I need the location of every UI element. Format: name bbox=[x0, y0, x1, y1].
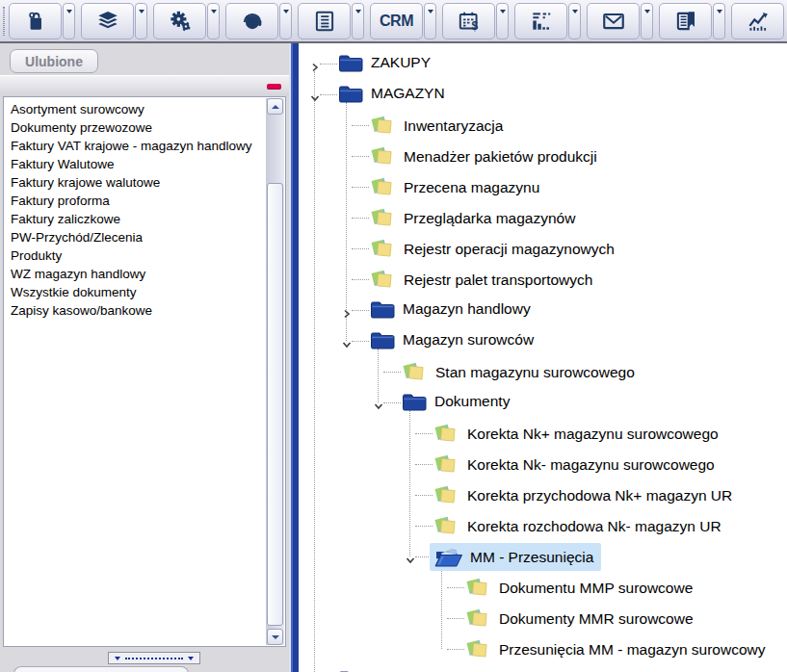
panel-splitter-bar[interactable] bbox=[289, 43, 299, 672]
journal-book-dropdown-button[interactable] bbox=[713, 3, 725, 39]
gears-icon bbox=[168, 9, 193, 34]
tree-node-content[interactable]: Inwentaryzacja bbox=[366, 112, 511, 140]
list-document-button[interactable] bbox=[298, 3, 351, 39]
tree-node-content[interactable]: Magazyn handlowy bbox=[366, 297, 538, 322]
scrollbar-thumb[interactable] bbox=[267, 183, 283, 626]
tree-node-label: Dokumenty MMR surowcowe bbox=[499, 610, 694, 628]
chevron-down-icon bbox=[66, 10, 72, 13]
tree-node-content[interactable]: Korekta rozchodowa Nk- magazyn UR bbox=[430, 512, 729, 540]
favorites-item[interactable]: WZ magazyn handlowy bbox=[4, 265, 285, 283]
splitter-left-arrow-icon bbox=[115, 657, 120, 660]
tree-node-content[interactable] bbox=[334, 666, 372, 672]
support-headset-dropdown-button[interactable] bbox=[279, 3, 292, 39]
chevron-collapsed-icon[interactable] bbox=[310, 59, 320, 68]
scroll-down-icon[interactable] bbox=[267, 629, 283, 645]
toolbar-group-gears bbox=[153, 3, 220, 39]
shopping-bag-icon bbox=[23, 9, 48, 34]
toolbar-group-mail-envelope bbox=[587, 3, 653, 39]
statistics-button[interactable] bbox=[731, 3, 784, 39]
tree-connector-line bbox=[441, 564, 442, 649]
shopping-bag-button[interactable] bbox=[9, 3, 62, 39]
collapse-minus-icon[interactable] bbox=[267, 84, 281, 89]
tree-node-content[interactable]: ZAKUPY bbox=[334, 50, 438, 75]
favorites-item[interactable]: Wszystkie dokumenty bbox=[4, 283, 285, 301]
folder-icon bbox=[402, 391, 428, 412]
crm-button[interactable]: CRM bbox=[370, 3, 423, 39]
list-document-dropdown-button[interactable] bbox=[352, 3, 364, 39]
documents-leaf-icon bbox=[402, 360, 429, 384]
tree-node-content[interactable]: Korekta przychodowa Nk+ magazyn UR bbox=[430, 481, 740, 509]
tree-node-content[interactable]: Dokumentu MMP surowcowe bbox=[461, 574, 700, 602]
favorites-item[interactable]: Produkty bbox=[4, 246, 285, 265]
calendar-finance-button[interactable]: $ bbox=[442, 3, 495, 39]
tree-node-content[interactable]: MM - Przesunięcia bbox=[430, 543, 601, 571]
folder-icon bbox=[338, 668, 364, 672]
toolbar-group-report-chart bbox=[514, 3, 581, 39]
favorites-tab-label: Ulubione bbox=[25, 54, 83, 69]
chevron-collapsed-icon[interactable] bbox=[342, 305, 352, 315]
shopping-bag-dropdown-button[interactable] bbox=[63, 3, 75, 39]
favorites-item[interactable]: Faktury proforma bbox=[4, 192, 285, 210]
tree-node-label: Rejestr operacji magazynowych bbox=[404, 241, 615, 258]
mail-envelope-dropdown-button[interactable] bbox=[641, 3, 653, 39]
tree-node-content[interactable]: Rejestr operacji magazynowych bbox=[366, 235, 622, 263]
tree-node-content[interactable]: Rejestr palet transportowych bbox=[366, 266, 600, 294]
tree-node-content[interactable]: Dokumenty bbox=[398, 389, 517, 414]
tree-node-content[interactable]: Stan magazynu surowcowego bbox=[398, 358, 643, 386]
toolbar-group-crm: CRM bbox=[370, 3, 436, 39]
tree-node-content[interactable]: MAGAZYN bbox=[334, 81, 453, 106]
tree-node-content[interactable]: Menadżer pakietów produkcji bbox=[366, 142, 605, 170]
tree-node-content[interactable]: Przesunięcia MM - magazyn surowcowy bbox=[461, 635, 774, 663]
layers-dropdown-button[interactable] bbox=[135, 3, 147, 39]
documents-leaf-icon bbox=[433, 422, 460, 446]
tree-node-label: Stan magazynu surowcowego bbox=[435, 364, 635, 381]
toolbar-group-list-document bbox=[298, 3, 364, 39]
favorites-item[interactable]: Zapisy kasowo/bankowe bbox=[4, 301, 285, 320]
tree-node-label: Korekta przychodowa Nk+ magazyn UR bbox=[467, 487, 732, 504]
gears-dropdown-button[interactable] bbox=[207, 3, 220, 39]
scroll-up-icon[interactable] bbox=[267, 98, 283, 115]
favorites-item[interactable]: Faktury VAT krajowe - magazyn handlowy bbox=[4, 137, 285, 155]
calendar-finance-dropdown-button[interactable] bbox=[496, 3, 509, 39]
documents-leaf-icon bbox=[370, 268, 397, 292]
chevron-expanded-icon[interactable] bbox=[310, 90, 320, 99]
chevron-expanded-icon[interactable] bbox=[342, 336, 352, 346]
journal-book-button[interactable] bbox=[659, 3, 712, 39]
tree-node-content[interactable]: Magazyn surowców bbox=[366, 327, 541, 352]
splitter-dotted-grip bbox=[125, 658, 183, 659]
tree-node-content[interactable]: Przeglądarka magazynów bbox=[366, 204, 583, 232]
chevron-expanded-icon[interactable] bbox=[406, 552, 415, 561]
tree-node-content[interactable]: Dokumenty MMR surowcowe bbox=[461, 605, 701, 633]
documents-leaf-icon bbox=[433, 514, 460, 538]
favorites-item[interactable]: Faktury krajowe walutowe bbox=[4, 173, 285, 192]
layers-button[interactable] bbox=[81, 3, 134, 39]
favorites-scrollbar[interactable] bbox=[266, 98, 284, 645]
chevron-down-icon bbox=[428, 10, 433, 13]
tree-node-label: Dokumenty bbox=[434, 393, 510, 410]
crm-dropdown-button[interactable] bbox=[424, 3, 436, 39]
report-chart-dropdown-button[interactable] bbox=[568, 3, 581, 39]
module-tree: ZAKUPYMAGAZYNInwentaryzacjaMenadżer paki… bbox=[299, 43, 787, 672]
gears-button[interactable] bbox=[153, 3, 206, 39]
favorites-panel: Ulubione Asortyment surowcowyDokumenty p… bbox=[0, 43, 289, 672]
chevron-expanded-icon[interactable] bbox=[374, 398, 383, 407]
list-document-icon bbox=[312, 9, 337, 34]
favorites-item[interactable]: PW-Przychód/Zlecenia bbox=[4, 228, 285, 246]
favorites-item[interactable]: Asortyment surowcowy bbox=[4, 100, 285, 118]
favorites-item[interactable]: Faktury Walutowe bbox=[4, 155, 285, 173]
tree-node-label: MAGAZYN bbox=[371, 85, 445, 102]
documents-leaf-icon bbox=[370, 237, 397, 261]
support-headset-button[interactable] bbox=[225, 3, 278, 39]
favorites-item[interactable]: Dokumenty przewozowe bbox=[4, 118, 285, 137]
favorites-item[interactable]: Faktury zaliczkowe bbox=[4, 210, 285, 228]
mail-envelope-button[interactable] bbox=[587, 3, 640, 39]
folder-icon bbox=[370, 329, 396, 350]
tree-node-content[interactable]: Korekta Nk- magazynu surowcowego bbox=[430, 451, 722, 478]
report-chart-button[interactable] bbox=[514, 3, 567, 39]
tree-node-content[interactable]: Przecena magazynu bbox=[366, 173, 547, 201]
toolbar-grip-handle[interactable] bbox=[3, 7, 5, 36]
tree-node-content[interactable]: Korekta Nk+ magazynu surowcowego bbox=[430, 420, 726, 448]
tab-ulubione[interactable]: Ulubione bbox=[10, 49, 98, 73]
horizontal-splitter-handle[interactable] bbox=[108, 652, 200, 664]
lower-panel-tab-partial[interactable] bbox=[13, 666, 189, 672]
